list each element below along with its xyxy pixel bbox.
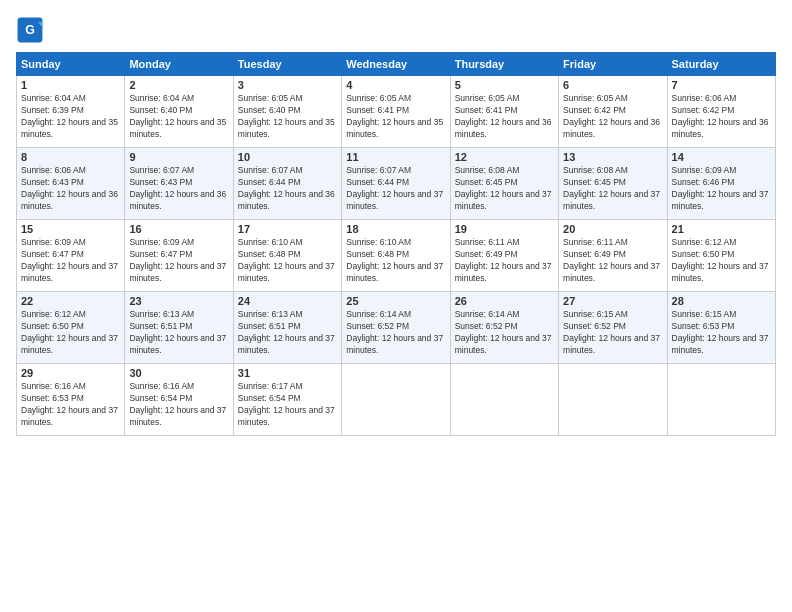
calendar-cell: 18 Sunrise: 6:10 AMSunset: 6:48 PMDaylig…	[342, 220, 450, 292]
calendar-week-row: 29 Sunrise: 6:16 AMSunset: 6:53 PMDaylig…	[17, 364, 776, 436]
day-info: Sunrise: 6:12 AMSunset: 6:50 PMDaylight:…	[672, 237, 769, 283]
calendar-cell: 25 Sunrise: 6:14 AMSunset: 6:52 PMDaylig…	[342, 292, 450, 364]
calendar-week-row: 1 Sunrise: 6:04 AMSunset: 6:39 PMDayligh…	[17, 76, 776, 148]
day-info: Sunrise: 6:09 AMSunset: 6:46 PMDaylight:…	[672, 165, 769, 211]
calendar-cell	[342, 364, 450, 436]
calendar-week-row: 22 Sunrise: 6:12 AMSunset: 6:50 PMDaylig…	[17, 292, 776, 364]
day-info: Sunrise: 6:15 AMSunset: 6:52 PMDaylight:…	[563, 309, 660, 355]
calendar-cell: 1 Sunrise: 6:04 AMSunset: 6:39 PMDayligh…	[17, 76, 125, 148]
day-number: 7	[672, 79, 771, 91]
day-info: Sunrise: 6:12 AMSunset: 6:50 PMDaylight:…	[21, 309, 118, 355]
calendar-cell: 20 Sunrise: 6:11 AMSunset: 6:49 PMDaylig…	[559, 220, 667, 292]
svg-text:G: G	[25, 23, 35, 37]
day-number: 22	[21, 295, 120, 307]
day-info: Sunrise: 6:11 AMSunset: 6:49 PMDaylight:…	[563, 237, 660, 283]
calendar-header-thursday: Thursday	[450, 53, 558, 76]
calendar-header-wednesday: Wednesday	[342, 53, 450, 76]
day-number: 4	[346, 79, 445, 91]
calendar-cell: 8 Sunrise: 6:06 AMSunset: 6:43 PMDayligh…	[17, 148, 125, 220]
day-number: 19	[455, 223, 554, 235]
day-number: 26	[455, 295, 554, 307]
day-info: Sunrise: 6:04 AMSunset: 6:40 PMDaylight:…	[129, 93, 226, 139]
day-number: 25	[346, 295, 445, 307]
calendar-cell: 14 Sunrise: 6:09 AMSunset: 6:46 PMDaylig…	[667, 148, 775, 220]
calendar-cell	[450, 364, 558, 436]
day-info: Sunrise: 6:13 AMSunset: 6:51 PMDaylight:…	[238, 309, 335, 355]
calendar-cell	[667, 364, 775, 436]
day-info: Sunrise: 6:04 AMSunset: 6:39 PMDaylight:…	[21, 93, 118, 139]
calendar-cell: 2 Sunrise: 6:04 AMSunset: 6:40 PMDayligh…	[125, 76, 233, 148]
logo-icon: G	[16, 16, 44, 44]
calendar-cell: 15 Sunrise: 6:09 AMSunset: 6:47 PMDaylig…	[17, 220, 125, 292]
calendar-header-friday: Friday	[559, 53, 667, 76]
calendar-cell: 3 Sunrise: 6:05 AMSunset: 6:40 PMDayligh…	[233, 76, 341, 148]
calendar-cell	[559, 364, 667, 436]
calendar-cell: 27 Sunrise: 6:15 AMSunset: 6:52 PMDaylig…	[559, 292, 667, 364]
calendar-cell: 13 Sunrise: 6:08 AMSunset: 6:45 PMDaylig…	[559, 148, 667, 220]
day-info: Sunrise: 6:05 AMSunset: 6:40 PMDaylight:…	[238, 93, 335, 139]
day-info: Sunrise: 6:07 AMSunset: 6:44 PMDaylight:…	[238, 165, 335, 211]
calendar-cell: 19 Sunrise: 6:11 AMSunset: 6:49 PMDaylig…	[450, 220, 558, 292]
day-info: Sunrise: 6:11 AMSunset: 6:49 PMDaylight:…	[455, 237, 552, 283]
day-info: Sunrise: 6:08 AMSunset: 6:45 PMDaylight:…	[455, 165, 552, 211]
calendar-cell: 26 Sunrise: 6:14 AMSunset: 6:52 PMDaylig…	[450, 292, 558, 364]
day-number: 31	[238, 367, 337, 379]
day-info: Sunrise: 6:07 AMSunset: 6:44 PMDaylight:…	[346, 165, 443, 211]
day-info: Sunrise: 6:15 AMSunset: 6:53 PMDaylight:…	[672, 309, 769, 355]
day-info: Sunrise: 6:05 AMSunset: 6:41 PMDaylight:…	[455, 93, 552, 139]
day-number: 30	[129, 367, 228, 379]
calendar-cell: 21 Sunrise: 6:12 AMSunset: 6:50 PMDaylig…	[667, 220, 775, 292]
calendar-cell: 24 Sunrise: 6:13 AMSunset: 6:51 PMDaylig…	[233, 292, 341, 364]
day-number: 17	[238, 223, 337, 235]
calendar-cell: 28 Sunrise: 6:15 AMSunset: 6:53 PMDaylig…	[667, 292, 775, 364]
day-number: 27	[563, 295, 662, 307]
calendar-week-row: 8 Sunrise: 6:06 AMSunset: 6:43 PMDayligh…	[17, 148, 776, 220]
day-number: 16	[129, 223, 228, 235]
day-number: 12	[455, 151, 554, 163]
day-info: Sunrise: 6:14 AMSunset: 6:52 PMDaylight:…	[455, 309, 552, 355]
calendar-cell: 22 Sunrise: 6:12 AMSunset: 6:50 PMDaylig…	[17, 292, 125, 364]
day-info: Sunrise: 6:16 AMSunset: 6:54 PMDaylight:…	[129, 381, 226, 427]
day-info: Sunrise: 6:13 AMSunset: 6:51 PMDaylight:…	[129, 309, 226, 355]
day-info: Sunrise: 6:10 AMSunset: 6:48 PMDaylight:…	[346, 237, 443, 283]
day-info: Sunrise: 6:05 AMSunset: 6:42 PMDaylight:…	[563, 93, 660, 139]
day-info: Sunrise: 6:09 AMSunset: 6:47 PMDaylight:…	[21, 237, 118, 283]
day-number: 11	[346, 151, 445, 163]
day-number: 24	[238, 295, 337, 307]
calendar-cell: 9 Sunrise: 6:07 AMSunset: 6:43 PMDayligh…	[125, 148, 233, 220]
day-number: 9	[129, 151, 228, 163]
calendar-header-tuesday: Tuesday	[233, 53, 341, 76]
day-number: 21	[672, 223, 771, 235]
day-info: Sunrise: 6:17 AMSunset: 6:54 PMDaylight:…	[238, 381, 335, 427]
day-number: 2	[129, 79, 228, 91]
calendar-cell: 10 Sunrise: 6:07 AMSunset: 6:44 PMDaylig…	[233, 148, 341, 220]
calendar-cell: 6 Sunrise: 6:05 AMSunset: 6:42 PMDayligh…	[559, 76, 667, 148]
calendar-header-saturday: Saturday	[667, 53, 775, 76]
calendar-header-sunday: Sunday	[17, 53, 125, 76]
day-info: Sunrise: 6:10 AMSunset: 6:48 PMDaylight:…	[238, 237, 335, 283]
calendar-cell: 23 Sunrise: 6:13 AMSunset: 6:51 PMDaylig…	[125, 292, 233, 364]
calendar-cell: 5 Sunrise: 6:05 AMSunset: 6:41 PMDayligh…	[450, 76, 558, 148]
day-info: Sunrise: 6:06 AMSunset: 6:43 PMDaylight:…	[21, 165, 118, 211]
day-number: 3	[238, 79, 337, 91]
day-info: Sunrise: 6:08 AMSunset: 6:45 PMDaylight:…	[563, 165, 660, 211]
day-number: 20	[563, 223, 662, 235]
calendar-week-row: 15 Sunrise: 6:09 AMSunset: 6:47 PMDaylig…	[17, 220, 776, 292]
page: G SundayMondayTuesdayWednesdayThursdayFr…	[0, 0, 792, 612]
calendar-cell: 30 Sunrise: 6:16 AMSunset: 6:54 PMDaylig…	[125, 364, 233, 436]
day-info: Sunrise: 6:16 AMSunset: 6:53 PMDaylight:…	[21, 381, 118, 427]
calendar-cell: 7 Sunrise: 6:06 AMSunset: 6:42 PMDayligh…	[667, 76, 775, 148]
day-number: 8	[21, 151, 120, 163]
calendar-cell: 31 Sunrise: 6:17 AMSunset: 6:54 PMDaylig…	[233, 364, 341, 436]
calendar-header-monday: Monday	[125, 53, 233, 76]
day-number: 1	[21, 79, 120, 91]
day-number: 23	[129, 295, 228, 307]
calendar-cell: 17 Sunrise: 6:10 AMSunset: 6:48 PMDaylig…	[233, 220, 341, 292]
day-info: Sunrise: 6:14 AMSunset: 6:52 PMDaylight:…	[346, 309, 443, 355]
day-info: Sunrise: 6:09 AMSunset: 6:47 PMDaylight:…	[129, 237, 226, 283]
day-number: 6	[563, 79, 662, 91]
calendar-cell: 12 Sunrise: 6:08 AMSunset: 6:45 PMDaylig…	[450, 148, 558, 220]
calendar-cell: 4 Sunrise: 6:05 AMSunset: 6:41 PMDayligh…	[342, 76, 450, 148]
calendar-header-row: SundayMondayTuesdayWednesdayThursdayFrid…	[17, 53, 776, 76]
day-number: 18	[346, 223, 445, 235]
